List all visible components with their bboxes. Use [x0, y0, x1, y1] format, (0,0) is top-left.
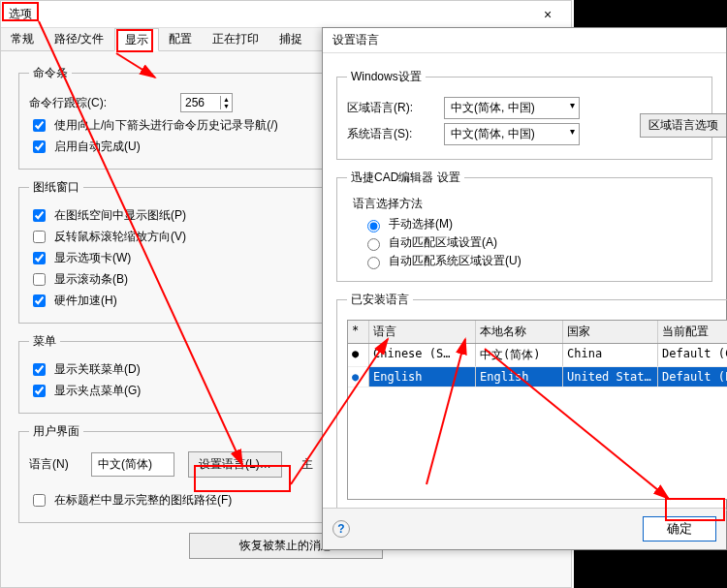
group-editor-settings: 迅捷CAD编辑器 设置 语言选择方法 手动选择(M) 自动匹配区域设置(A) 自…: [336, 170, 712, 282]
region-language-label: 区域语言(R):: [347, 100, 434, 116]
close-icon[interactable]: ×: [528, 3, 567, 26]
col-mark[interactable]: *: [348, 321, 369, 343]
language-value: 中文(简体): [91, 452, 174, 477]
row-mark: ●: [348, 367, 369, 387]
row-country: China: [563, 344, 658, 366]
method-label: 语言选择方法: [353, 196, 702, 212]
system-language-label: 系统语言(S):: [347, 126, 434, 142]
region-language-select[interactable]: 中文(简体, 中国): [444, 97, 580, 119]
row-mark: ●: [348, 344, 369, 366]
language-dialog: 设置语言 Windows设置 区域语言(R): 中文(简体, 中国) 系统语言(…: [322, 27, 727, 550]
ok-button[interactable]: 确定: [643, 516, 716, 542]
grid-row-chinese[interactable]: ● Chinese (S… 中文(简体) China Default (Ch: [348, 344, 727, 367]
col-country[interactable]: 国家: [563, 321, 658, 343]
spinner-up-icon[interactable]: ▲: [221, 96, 232, 103]
row-cfg: Default (En: [658, 367, 727, 387]
radio-auto-system[interactable]: 自动匹配系统区域设置(U): [363, 253, 702, 269]
group-menu-legend: 菜单: [29, 333, 60, 350]
tab-snap[interactable]: 捕捉: [269, 28, 313, 50]
dialog-footer: ? 确定: [323, 508, 726, 549]
radio-auto-region[interactable]: 自动匹配区域设置(A): [363, 234, 702, 251]
cmd-track-spinner[interactable]: ▲▼: [180, 93, 233, 112]
set-language-button[interactable]: 设置语言(L)…: [188, 451, 282, 478]
row-local: 中文(简体): [476, 344, 563, 366]
decorative-strip: [574, 550, 727, 588]
help-icon[interactable]: ?: [332, 520, 350, 538]
decorative-strip: [574, 0, 727, 27]
installed-languages-legend: 已安装语言: [347, 292, 413, 308]
row-local: English: [476, 367, 563, 387]
language-label: 语言(N): [29, 456, 83, 473]
tab-config[interactable]: 配置: [159, 28, 203, 50]
group-command-bar-legend: 命令条: [29, 65, 72, 81]
row-country: United States: [563, 367, 658, 387]
ui-right-label: 主: [301, 456, 313, 473]
spinner-down-icon[interactable]: ▼: [221, 103, 232, 109]
tab-display[interactable]: 显示: [114, 28, 159, 51]
cmd-track-label: 命令行跟踪(C):: [29, 95, 136, 111]
title-bar: 选项 ×: [1, 1, 571, 28]
col-config[interactable]: 当前配置: [658, 321, 727, 343]
editor-settings-legend: 迅捷CAD编辑器 设置: [347, 170, 464, 186]
group-ui-legend: 用户界面: [29, 423, 83, 440]
window-title: 选项: [9, 6, 32, 22]
row-lang: English: [369, 367, 476, 387]
row-lang: Chinese (S…: [369, 344, 476, 366]
radio-manual[interactable]: 手动选择(M): [363, 216, 702, 232]
dialog-body: Windows设置 区域语言(R): 中文(简体, 中国) 系统语言(S): 中…: [323, 53, 726, 530]
grid-row-english[interactable]: ● English English United States Default …: [348, 367, 727, 387]
group-drawing-window-legend: 图纸窗口: [29, 179, 83, 196]
dialog-title: 设置语言: [323, 28, 726, 53]
language-grid: * 语言 本地名称 国家 当前配置 ● Chinese (S… 中文(简体) C…: [347, 320, 727, 500]
tab-printing[interactable]: 正在打印: [203, 28, 269, 50]
grid-header: * 语言 本地名称 国家 当前配置: [348, 321, 727, 344]
windows-settings-legend: Windows设置: [347, 69, 426, 85]
region-options-button[interactable]: 区域语言选项: [640, 113, 726, 138]
system-language-select[interactable]: 中文(简体, 中国): [444, 123, 580, 145]
col-language[interactable]: 语言: [369, 321, 476, 343]
tab-general[interactable]: 常规: [1, 28, 45, 50]
group-installed-languages: 已安装语言 * 语言 本地名称 国家 当前配置 ● Chinese (S… 中文…: [336, 292, 727, 511]
cmd-track-input[interactable]: [181, 94, 220, 111]
tab-paths[interactable]: 路径/文件: [45, 28, 114, 50]
col-local-name[interactable]: 本地名称: [476, 321, 563, 343]
row-cfg: Default (Ch: [658, 344, 727, 366]
